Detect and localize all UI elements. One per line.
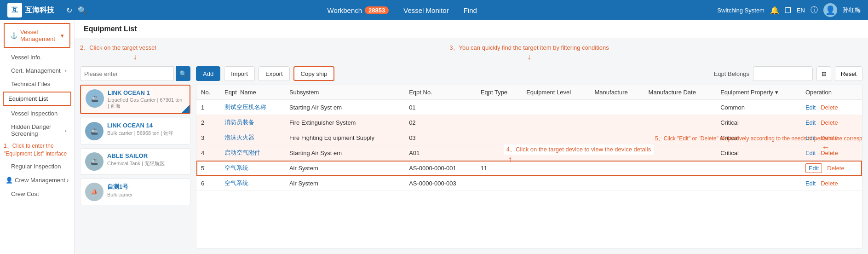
content-area: Equipment List 2、Click on the target ves… — [75, 20, 868, 254]
vessel-avatar-2: 🚢 — [85, 152, 103, 171]
edit-button-1[interactable]: Edit — [805, 104, 816, 111]
col-subsystem: Subsystem — [285, 85, 404, 100]
reset-button[interactable]: Reset — [835, 66, 862, 81]
vessel-info-label: Vessel Info. — [11, 54, 42, 61]
vessel-inspection-label: Vessel Inspection — [11, 110, 57, 117]
annotation-step5: 5、Click "Edit" or "Delete" respectively … — [655, 135, 830, 143]
vessel-desc-1: Bulk carrier | 56968 ton | 远洋 — [107, 130, 185, 137]
vessel-card-2[interactable]: 🚢 ABLE SAILOR Chemical Tank | 无限航区 — [80, 148, 190, 175]
delete-button-1[interactable]: Delete — [821, 104, 838, 111]
workbench-badge: 28853 — [365, 6, 389, 14]
page-title: Equipment List — [75, 20, 868, 38]
hidden-danger-label: Hidden Danger Screening — [11, 123, 65, 137]
col-equipment-property: Equipment Property ▾ — [716, 85, 801, 100]
find-link[interactable]: Find — [464, 6, 477, 14]
lang-btn[interactable]: EN — [797, 7, 805, 14]
fullscreen-icon[interactable]: ❐ — [785, 6, 791, 15]
vessel-desc-2: Chemical Tank | 无限航区 — [107, 160, 185, 167]
filter-button[interactable]: ⊟ — [816, 66, 831, 81]
nav-center: Workbench 28853 Vessel Monitor Find — [87, 6, 717, 14]
content-body: 2、Click on the target vessel ↓ 🔍 🚢 LINK … — [75, 38, 868, 254]
sidebar-item-equipment-list[interactable]: Equipment List — [3, 92, 71, 106]
vessel-card-3[interactable]: ⛵ 自测1号 Bulk carrier — [80, 179, 190, 205]
col-eqpt-name: Eqpt Name — [220, 85, 285, 100]
vessel-card-1[interactable]: 🚢 LINK OCEAN 14 Bulk carrier | 56968 ton… — [80, 118, 190, 144]
edit-button-2[interactable]: Edit — [805, 119, 816, 126]
vessel-search-input[interactable] — [80, 66, 174, 81]
annotation-step4: 4、Click on the target device to view the… — [504, 144, 654, 155]
import-button[interactable]: Import — [224, 66, 255, 81]
equipment-panel: 3、You can quickly find the target item b… — [196, 44, 862, 248]
eqpt-belongs-label: Eqpt Belongs — [714, 70, 749, 77]
vessel-name-1: LINK OCEAN 14 — [107, 122, 185, 129]
nav-right: Switching System 🔔 ❐ EN ⓘ 👤 孙红梅 — [717, 3, 861, 17]
edit-button-5[interactable]: Edit — [805, 163, 822, 173]
table-body: 1 测试空压机名称 Starting Air Syst em 01 Common — [196, 100, 862, 191]
search-icon[interactable]: 🔍 — [78, 6, 87, 15]
switching-system-btn[interactable]: Switching System — [717, 7, 765, 14]
edit-button-6[interactable]: Edit — [805, 180, 816, 187]
col-eqpt-no: Eqpt No. — [404, 85, 476, 100]
vessel-avatar-0: 🚢 — [86, 89, 104, 108]
equip-toolbar: Add Import Export Copy ship Eqpt Belongs… — [196, 66, 862, 81]
copy-ship-button[interactable]: Copy ship — [293, 66, 335, 81]
sidebar-item-vessel-management[interactable]: ⚓ Vessel Management ▾ — [4, 23, 70, 48]
main-layout: ⚓ Vessel Management ▾ Vessel Info. Cert.… — [0, 20, 868, 254]
sidebar-item-cert-management[interactable]: Cert. Management › — [0, 64, 74, 77]
table-header: No. Eqpt Name Subsystem Eqpt No. Eqpt Ty… — [196, 85, 862, 100]
sidebar: ⚓ Vessel Management ▾ Vessel Info. Cert.… — [0, 20, 75, 254]
vessel-search-button[interactable]: 🔍 — [176, 66, 190, 81]
export-button[interactable]: Export — [259, 66, 290, 81]
sidebar-item-hidden-danger[interactable]: Hidden Danger Screening › — [0, 120, 74, 140]
crew-management-label: Crew Management — [15, 177, 65, 184]
sidebar-item-vessel-info[interactable]: Vessel Info. — [0, 51, 74, 64]
col-no: No. — [196, 85, 220, 100]
annotation-step1: 1、Click to enter the "Equipment List" in… — [4, 142, 70, 158]
vessel-name-0: LINK OCEAN 1 — [108, 89, 185, 96]
equipment-list-label: Equipment List — [8, 95, 48, 102]
vessel-card-0[interactable]: 🚢 LINK OCEAN 1 Liquefied Gas Carrier | 6… — [80, 85, 190, 114]
col-operation: Operation — [801, 85, 862, 100]
help-icon[interactable]: ⓘ — [811, 6, 818, 15]
technical-files-label: Technical Files — [11, 81, 50, 87]
vessel-desc-0: Liquefied Gas Carrier | 67301 ton | 近海 — [108, 97, 185, 110]
table-row: 1 测试空压机名称 Starting Air Syst em 01 Common — [196, 100, 862, 115]
delete-button-2[interactable]: Delete — [821, 119, 838, 126]
workbench-nav[interactable]: Workbench 28853 — [328, 6, 389, 14]
eqpt-belongs-input[interactable] — [753, 66, 813, 81]
table-row: 2 消防员装备 Fire Extinguisher System 02 Crit… — [196, 115, 862, 130]
vessel-name-3: 自测1号 — [107, 183, 185, 191]
sidebar-item-vessel-inspection[interactable]: Vessel Inspection — [0, 107, 74, 120]
bell-icon[interactable]: 🔔 — [770, 6, 779, 15]
avatar[interactable]: 👤 — [823, 3, 837, 17]
filter-icon: ⊟ — [822, 70, 827, 77]
vessel-management-label: Vessel Management — [20, 29, 59, 42]
add-button[interactable]: Add — [196, 66, 220, 81]
logo-text: 互海科技 — [25, 6, 54, 15]
cert-management-label: Cert. Management — [11, 67, 61, 74]
sidebar-item-technical-files[interactable]: Technical Files — [0, 77, 74, 91]
delete-button-5[interactable]: Delete — [827, 165, 845, 172]
annotation-step3: 3、You can quickly find the target item b… — [449, 44, 609, 52]
vessel-search-row: 🔍 — [80, 66, 190, 81]
sidebar-item-crew-cost[interactable]: Crew Cost — [0, 187, 74, 201]
sidebar-item-regular-inspection[interactable]: Regular Inspection — [0, 160, 74, 173]
delete-button-6[interactable]: Delete — [821, 180, 838, 187]
equipment-table: No. Eqpt Name Subsystem Eqpt No. Eqpt Ty… — [196, 85, 862, 191]
annotation-step2: 2、Click on the target vessel — [80, 44, 190, 52]
vessel-monitor-link[interactable]: Vessel Monitor — [403, 6, 448, 14]
logo[interactable]: 互 互海科技 — [7, 3, 63, 17]
vessel-panel: 2、Click on the target vessel ↓ 🔍 🚢 LINK … — [80, 44, 190, 248]
back-icon[interactable]: ↻ — [66, 6, 72, 15]
col-manufacture-date: Manufacture Date — [644, 85, 716, 100]
col-manufacture: Manufacture — [590, 85, 644, 100]
vessel-avatar-1: 🚢 — [85, 122, 103, 140]
sidebar-item-crew-management[interactable]: 👤 Crew Management › — [0, 173, 74, 187]
equipment-table-wrapper: No. Eqpt Name Subsystem Eqpt No. Eqpt Ty… — [196, 85, 862, 248]
vessel-name-2: ABLE SAILOR — [107, 152, 185, 159]
crew-cost-label: Crew Cost — [11, 190, 39, 197]
vessel-desc-3: Bulk carrier — [107, 192, 185, 197]
col-eqpt-type: Eqpt Type — [476, 85, 522, 100]
table-row: 6 空气系统 Air System AS-0000-000-003 — [196, 176, 862, 191]
username: 孙红梅 — [843, 6, 861, 14]
